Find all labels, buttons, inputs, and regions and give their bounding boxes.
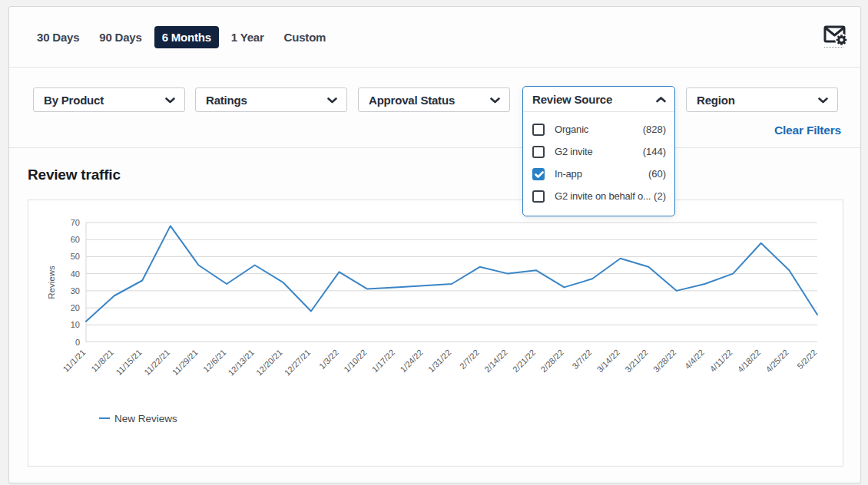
x-tick-label: 12/20/21: [254, 348, 284, 378]
x-tick-label: 11/22/21: [142, 348, 171, 377]
clear-filters-link[interactable]: Clear Filters: [774, 124, 841, 137]
checkbox-in-app[interactable]: [532, 168, 545, 180]
dashboard-card: 30 Days 90 Days 6 Months 1 Year Custom: [8, 6, 861, 483]
x-tick-label: 3/28/22: [651, 348, 678, 374]
y-tick-label: 20: [71, 303, 80, 312]
tab-30-days[interactable]: 30 Days: [29, 26, 87, 48]
y-axis-title: Reviews: [47, 266, 56, 299]
filter-approval-status[interactable]: Approval Status: [358, 87, 510, 112]
option-g2-invite-count: (144): [640, 146, 666, 157]
chart-x-tick-labels: 11/1/2111/8/2111/15/2111/22/2111/29/2112…: [61, 348, 819, 378]
x-tick-label: 2/21/22: [511, 348, 537, 374]
x-tick-label: 1/17/22: [370, 348, 396, 374]
x-tick-label: 12/27/21: [283, 348, 313, 378]
email-report-settings-button[interactable]: [823, 25, 848, 49]
x-tick-label: 4/18/22: [736, 348, 762, 374]
y-tick-label: 50: [71, 252, 80, 261]
x-tick-label: 11/29/21: [171, 348, 200, 377]
tabbar-divider: [9, 67, 860, 68]
filter-review-source-label: Review Source: [532, 93, 612, 106]
line-chart-canvas: 010203040506070 11/1/2111/8/2111/15/2111…: [28, 200, 843, 466]
time-range-tabs: 30 Days 90 Days 6 Months 1 Year Custom: [29, 26, 333, 48]
tab-90-days[interactable]: 90 Days: [91, 26, 149, 48]
y-tick-label: 30: [71, 286, 80, 295]
option-organic-label: Organic: [555, 124, 588, 135]
x-tick-label: 3/14/22: [595, 348, 621, 374]
x-tick-label: 11/8/21: [89, 348, 115, 374]
option-organic-count: (828): [640, 124, 666, 135]
chevron-down-icon: [327, 93, 337, 107]
option-in-app-count: (60): [645, 168, 666, 180]
filter-region[interactable]: Region: [686, 87, 838, 112]
checkbox-organic[interactable]: [532, 124, 545, 136]
page-title: Review traffic: [28, 167, 121, 183]
review-source-dropdown-panel: Review Source Organic (828) G2 invite (1…: [522, 86, 675, 216]
x-tick-label: 12/6/21: [201, 348, 227, 374]
filter-row-divider: [9, 147, 860, 148]
chevron-down-icon: [818, 93, 828, 107]
review-traffic-chart: 010203040506070 11/1/2111/8/2111/15/2111…: [28, 200, 843, 467]
filter-region-label: Region: [697, 94, 735, 107]
filter-by-product-label: By Product: [44, 94, 104, 107]
x-tick-label: 11/15/21: [114, 348, 143, 377]
x-tick-label: 1/24/22: [398, 348, 424, 374]
chevron-down-icon: [490, 93, 500, 107]
option-organic[interactable]: Organic (828): [523, 118, 674, 140]
x-tick-label: 12/13/21: [226, 348, 256, 378]
x-tick-label: 3/21/22: [623, 348, 649, 374]
x-tick-label: 2/28/22: [538, 348, 565, 374]
x-tick-label: 1/31/22: [426, 348, 452, 374]
tab-1-year[interactable]: 1 Year: [224, 26, 272, 48]
option-in-app[interactable]: In-app (60): [523, 163, 674, 185]
x-tick-label: 4/25/22: [764, 348, 790, 374]
tooltip-underline: [824, 47, 843, 48]
filter-ratings-label: Ratings: [206, 94, 247, 107]
y-tick-label: 0: [75, 338, 80, 347]
option-g2-invite-label: G2 invite: [555, 146, 593, 157]
x-tick-label: 1/10/22: [342, 348, 368, 374]
option-in-app-label: In-app: [555, 168, 582, 180]
y-tick-label: 60: [71, 235, 80, 244]
tab-6-months[interactable]: 6 Months: [154, 26, 219, 48]
tab-custom[interactable]: Custom: [277, 26, 334, 48]
filter-approval-status-label: Approval Status: [369, 94, 455, 107]
chevron-down-icon: [165, 93, 175, 107]
filter-review-source[interactable]: Review Source: [523, 87, 674, 111]
y-tick-label: 70: [71, 218, 80, 227]
x-tick-label: 2/14/22: [482, 348, 509, 374]
x-tick-label: 2/7/22: [458, 348, 481, 371]
option-g2-invite-on-behalf-label: G2 invite on behalf o...: [555, 190, 651, 202]
chart-y-tick-labels: 010203040506070: [71, 218, 80, 347]
review-source-options: Organic (828) G2 invite (144) In-app (60…: [523, 112, 674, 207]
legend-label: New Reviews: [114, 413, 177, 424]
x-tick-label: 1/3/22: [317, 348, 340, 371]
y-tick-label: 10: [71, 320, 80, 329]
option-g2-invite-on-behalf-count: (2): [651, 190, 666, 202]
y-tick-label: 40: [71, 269, 80, 279]
x-tick-label: 3/7/22: [570, 348, 593, 371]
option-g2-invite[interactable]: G2 invite (144): [523, 140, 674, 163]
checkbox-g2-invite-on-behalf[interactable]: [532, 190, 545, 203]
checkbox-g2-invite[interactable]: [532, 146, 545, 158]
x-tick-label: 4/4/22: [683, 348, 706, 371]
option-g2-invite-on-behalf[interactable]: G2 invite on behalf o... (2): [523, 185, 674, 207]
x-tick-label: 11/1/21: [61, 348, 88, 374]
x-tick-label: 5/2/22: [795, 348, 818, 371]
chevron-up-icon: [656, 92, 666, 106]
filter-by-product[interactable]: By Product: [33, 87, 185, 112]
x-tick-label: 4/11/22: [708, 348, 734, 374]
filter-ratings[interactable]: Ratings: [195, 87, 347, 112]
